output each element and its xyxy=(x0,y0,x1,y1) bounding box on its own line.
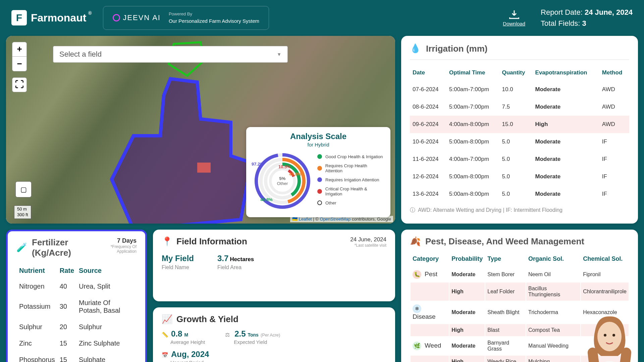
table-row: Zinc15Zinc Sulphate xyxy=(17,336,136,351)
svg-point-14 xyxy=(612,334,615,337)
download-button[interactable]: Download xyxy=(503,9,525,26)
fullscreen-button[interactable]: ⛶ xyxy=(12,77,27,92)
table-row: 13-6-20245:00am-8:00pm5.0ModerateIF xyxy=(410,185,629,203)
legend-item: Requires Crop Health Attention xyxy=(317,163,384,173)
irrigation-table: DateOptimal TimeQuantityEvapotranspirati… xyxy=(410,65,629,203)
zoom-in-button[interactable]: + xyxy=(12,42,27,57)
svg-marker-1 xyxy=(112,79,251,224)
table-row: Potassium30Muriate Of Potash, Basal xyxy=(17,295,136,318)
flask-icon: 🧪 xyxy=(16,242,27,253)
assistant-avatar xyxy=(578,312,638,362)
table-row: Nitrogen40Urea, Split xyxy=(17,279,136,294)
yield-icon: ⚖ xyxy=(225,331,232,338)
irrigation-icon: 💧 xyxy=(410,43,421,55)
field-select-dropdown[interactable]: Select a field ▼ xyxy=(53,46,288,63)
svg-point-13 xyxy=(604,334,606,337)
irrigation-panel: 💧Irrigation (mm) DateOptimal TimeQuantit… xyxy=(401,36,638,224)
osm-link[interactable]: OpenStreetMap xyxy=(320,217,351,222)
map-panel[interactable]: + − ⛶ Select a field ▼ ▢ 50 m300 ft 🇺🇦 L… xyxy=(6,36,395,224)
chevron-down-icon: ▼ xyxy=(277,52,281,57)
table-row: 09-6-20244:00am-8:00pm15.0HighAWD xyxy=(410,116,629,133)
jeevn-badge: JEEVN AI Powered By Our Personalized Far… xyxy=(103,6,269,30)
legend-item: Good Crop Health & Irrigation xyxy=(317,154,384,159)
map-scale-bar: 50 m300 ft xyxy=(14,205,31,219)
measure-tool-button[interactable]: ▢ xyxy=(15,181,32,197)
fertilizer-panel: 🧪Fertilizer (Kg/Acre) 7 Days*Frequency O… xyxy=(6,230,147,362)
analysis-title: Analysis Scale xyxy=(252,132,384,141)
app-header: F Farmonaut® JEEVN AI Powered By Our Per… xyxy=(0,0,644,36)
report-meta: Report Date: 24 June, 2024 Total Fields:… xyxy=(541,7,633,29)
table-row: 11-6-20244:00am-7:00pm5.0ModerateIF xyxy=(410,150,629,168)
growth-icon: 📈 xyxy=(162,314,172,324)
leaf-icon: 🍂 xyxy=(410,236,421,247)
legend-item: Requires Irrigation Attention xyxy=(317,177,384,182)
zoom-out-button[interactable]: − xyxy=(12,57,27,71)
powered-by-label: Powered By xyxy=(169,11,259,17)
table-row: 🐛PestModerateStem BorerNeem OilFipronil xyxy=(411,267,629,282)
calendar-icon: 📅 xyxy=(162,352,169,358)
growth-yield-panel: 📈Growth & Yield 📏0.8MAverage Height ⚖2.5… xyxy=(153,307,395,362)
analysis-legend: Good Crop Health & IrrigationRequires Cr… xyxy=(317,154,384,211)
legend-item: Critical Crop Health & Irrigation xyxy=(317,186,384,196)
info-icon: ⓘ xyxy=(410,207,415,214)
fertilizer-table: NutrientRateSource Nitrogen40Urea, Split… xyxy=(16,263,137,362)
legend-item: Other xyxy=(317,200,384,205)
irrigation-footnote: ⓘAWD: Alternate Wetting and Drying | IF:… xyxy=(410,207,629,214)
powered-by-text: Our Personalized Farm Advisory System xyxy=(169,17,259,25)
map-zoom-controls: + − ⛶ xyxy=(12,42,27,92)
table-row: Sulphur20Sulphur xyxy=(17,319,136,335)
location-pin-icon: 📍 xyxy=(162,236,172,247)
table-row: HighLeaf FolderBacillus ThuringiensisChl… xyxy=(411,283,629,301)
table-row: Phosphorus15Sulphate xyxy=(17,352,136,362)
jeevn-logo: JEEVN AI xyxy=(113,13,161,22)
jeevn-dot-icon xyxy=(113,14,120,21)
analysis-scale-popup: Analysis Scale for Hybrid 5%Other xyxy=(246,127,390,217)
table-row: 07-6-20245:00am-7:00pm10.0ModerateAWD xyxy=(410,81,629,98)
download-label: Download xyxy=(503,21,525,26)
table-row: 10-6-20245:00am-8:00pm5.0ModerateIF xyxy=(410,133,629,150)
brand-mark-icon: F xyxy=(11,10,27,25)
brand-logo: F Farmonaut® xyxy=(11,10,86,25)
field-polygon-primary[interactable] xyxy=(103,75,258,224)
pest-management-panel: 🍂Pest, Disease, And Weed Management Cate… xyxy=(401,230,638,362)
download-icon xyxy=(508,9,520,19)
brand-name: Farmonaut® xyxy=(31,12,86,24)
analysis-donut-chart: 5%Other 97.2% 10.5% 45.8% 40.8% xyxy=(252,151,313,211)
field-information-panel: 📍Field Information 24 June, 2024*Last sa… xyxy=(153,230,395,301)
table-row: 12-6-20245:00am-8:00pm5.0ModerateIF xyxy=(410,168,629,185)
analysis-subtitle: for Hybrid xyxy=(252,142,384,147)
irrigation-title: Irrigation (mm) xyxy=(426,44,487,54)
svg-rect-2 xyxy=(197,163,211,173)
leaflet-link[interactable]: Leaflet xyxy=(299,217,312,222)
ruler-icon: 📏 xyxy=(162,331,169,338)
svg-point-12 xyxy=(597,322,622,351)
table-row: 08-6-20245:00am-7:00pm7.5ModerateAWD xyxy=(410,98,629,116)
field-select-placeholder: Select a field xyxy=(59,50,102,59)
